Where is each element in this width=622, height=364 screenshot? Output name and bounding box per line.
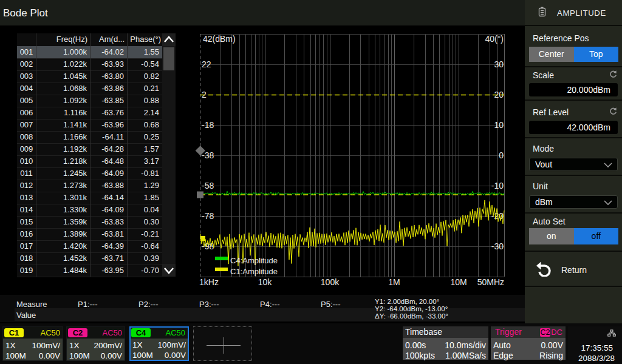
svg-text:1kHz: 1kHz	[199, 277, 219, 287]
svg-text:1M: 1M	[388, 277, 400, 287]
svg-text:40(°): 40(°)	[485, 34, 504, 44]
svg-text:-78: -78	[202, 211, 214, 221]
svg-text:C1:Amplitude: C1:Amplitude	[230, 267, 278, 276]
svg-text:10M: 10M	[450, 277, 466, 287]
svg-text:0: 0	[499, 150, 504, 160]
svg-text:-30: -30	[491, 241, 504, 251]
svg-text:-58: -58	[202, 181, 214, 190]
svg-text:10k: 10k	[258, 277, 273, 287]
svg-text:22: 22	[202, 59, 211, 69]
svg-text:30: 30	[494, 59, 504, 69]
svg-text:C4:Amplitude: C4:Amplitude	[230, 256, 278, 265]
svg-text:50MHz: 50MHz	[477, 277, 504, 287]
svg-text:100k: 100k	[321, 277, 340, 287]
svg-text:42(dBm): 42(dBm)	[203, 34, 236, 44]
svg-text:-10: -10	[491, 181, 504, 190]
svg-text:-18: -18	[202, 120, 214, 130]
svg-text:10: 10	[494, 120, 504, 130]
